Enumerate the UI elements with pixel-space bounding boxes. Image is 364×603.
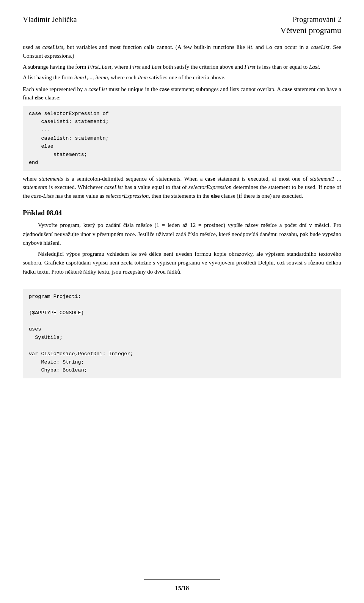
term-item1: item1 (74, 74, 86, 80)
term-caselist2: caseList (88, 86, 107, 92)
para-where: where statements is a semicolon-delimite… (23, 175, 341, 200)
keyword-else2: else (211, 193, 220, 199)
course-title: Programování 2 (280, 15, 341, 24)
term-statement1: statement1 (310, 176, 334, 182)
term-last3: Last (309, 64, 319, 70)
para-subrange: A subrange having the form First..Last, … (23, 63, 341, 71)
term-last: Last (102, 64, 111, 70)
code-lo: Lo (266, 45, 272, 50)
footer-divider (144, 579, 220, 580)
para-list: A list having the form item1,..., itemn,… (23, 73, 341, 82)
term-item: item (138, 74, 148, 80)
example-para2: Následující výpos programu vzhledem ke s… (23, 250, 341, 276)
intro-text: used as caseLists, but variables and mos… (23, 43, 341, 82)
term-first3: First (245, 64, 256, 70)
code-hi: Hi (247, 45, 253, 50)
keyword-case2: case (282, 86, 292, 92)
example-heading: Příklad 08.04 (23, 209, 341, 217)
term-caselists2: case-Lists (31, 193, 54, 199)
term-itemn: itemn (95, 74, 108, 80)
footer: 15/18 (0, 585, 364, 592)
code-case-syntax: case selectorExpression of caseList1: st… (23, 106, 341, 171)
keyword-case: case (159, 86, 169, 92)
code-program-start: program Project1; {$APPTYPE CONSOLE} use… (23, 289, 341, 378)
term-last2: Last (152, 64, 162, 70)
term-statementn: statementn (23, 184, 47, 190)
term-caselists: caseLists (42, 44, 63, 50)
header-right: Programování 2 Větvení programu (280, 15, 341, 35)
chapter-subtitle: Větvení programu (280, 25, 341, 35)
term-first2: First (130, 64, 141, 70)
header: Vladimír Jehlička Programování 2 Větvení… (23, 15, 341, 35)
keyword-else: else (35, 94, 43, 101)
term-caselist3: caseList (104, 184, 123, 190)
page-number: 15/18 (175, 585, 189, 592)
term-selector2: selectorExpression (106, 193, 149, 199)
term-statements: statements (39, 176, 63, 182)
example-para1: Vytvořte program, který po zadání čísla … (23, 221, 341, 247)
main-content: used as caseLists, but variables and mos… (23, 43, 341, 378)
page: Vladimír Jehlička Programování 2 Větvení… (0, 0, 364, 603)
term-first: First (88, 64, 99, 70)
term-selector: selectorExpression (188, 184, 232, 190)
keyword-case3: case (205, 176, 215, 182)
author-name: Vladimír Jehlička (23, 15, 77, 24)
term-caselist: caseList (311, 44, 329, 50)
para-caselist-intro: used as caseLists, but variables and mos… (23, 43, 341, 60)
para-case-unique: Each value represented by a caseList mus… (23, 85, 341, 102)
